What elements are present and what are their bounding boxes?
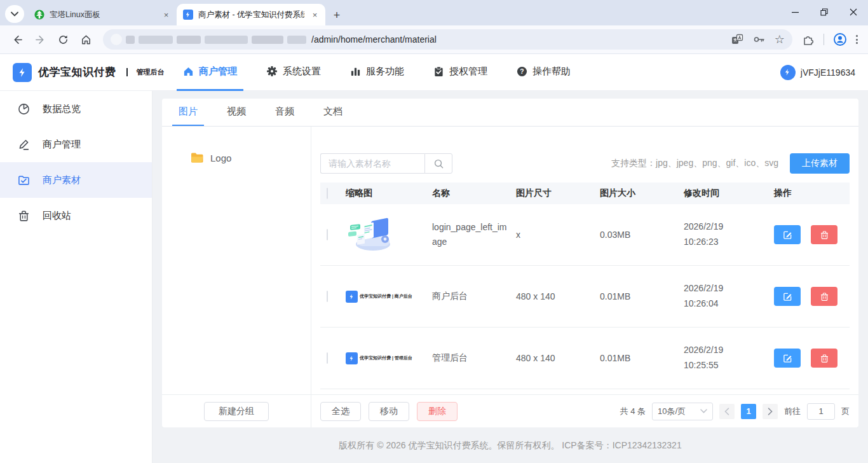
date: 2026/2/19 [684, 219, 774, 235]
lightning-icon [349, 293, 355, 300]
tab-audio[interactable]: 音频 [269, 99, 301, 126]
edit-button[interactable] [774, 225, 801, 244]
sidebar-item-recycle-bin[interactable]: 回收站 [0, 198, 152, 233]
toolbar-right [799, 32, 862, 46]
new-tab-button[interactable]: + [328, 6, 346, 24]
material-size: 0.03MB [600, 230, 684, 240]
material-dimensions: x [516, 230, 600, 240]
select-all-checkbox[interactable] [327, 188, 328, 199]
nav-service-functions[interactable]: 服务功能 [344, 54, 410, 91]
sidebar-item-label: 商户管理 [43, 139, 81, 151]
brand-title: 优学宝知识付费 [38, 65, 116, 79]
browser-tab-material[interactable]: 商户素材 - 优学宝知识付费系统 × [177, 4, 325, 25]
user-account[interactable]: jVFJjE119634 [780, 65, 855, 80]
tab-videos[interactable]: 视频 [220, 99, 252, 126]
column-header: 名称 [432, 186, 516, 200]
delete-selected-button[interactable]: 删除 [417, 402, 458, 421]
reload-button[interactable] [52, 29, 74, 50]
nav-merchant-management[interactable]: 商户管理 [177, 54, 243, 91]
time: 10:25:55 [684, 358, 774, 373]
trash-icon [820, 230, 829, 240]
sidebar-item-merchant-management[interactable]: 商户管理 [0, 127, 152, 162]
select-all-button[interactable]: 全选 [320, 402, 361, 421]
material-modified-time: 2026/2/1910:26:04 [684, 281, 774, 312]
search-input[interactable] [320, 153, 424, 174]
url-bar-icons: ☆ [731, 34, 785, 45]
material-size: 0.01MB [600, 353, 684, 363]
table-header-row: 缩略图 名称 图片尺寸 图片大小 修改时间 操作 [320, 183, 850, 204]
thumbnail-cell[interactable]: 优学宝知识付费 | 商户后台 [346, 291, 432, 303]
brand-divider [126, 68, 128, 76]
tab-search-chevron-button[interactable] [5, 5, 24, 23]
tab-images[interactable]: 图片 [172, 99, 204, 126]
sidebar-item-data-overview[interactable]: 数据总览 [0, 91, 152, 127]
minimize-button[interactable] [780, 0, 810, 24]
time: 10:26:04 [684, 296, 774, 312]
delete-button[interactable] [811, 225, 837, 244]
site-info-icon[interactable] [111, 34, 122, 45]
thumbnail-cell[interactable] [346, 216, 432, 254]
url-bar[interactable]: /admin/home/merchant/material ☆ [103, 29, 792, 50]
home-icon [183, 66, 194, 77]
svg-text:?: ? [520, 68, 524, 75]
row-checkbox[interactable] [327, 229, 328, 240]
delete-button[interactable] [811, 287, 837, 306]
home-button[interactable] [75, 29, 97, 50]
back-arrow-icon [12, 34, 23, 45]
per-page-select[interactable]: 10条/页 [652, 403, 713, 420]
panel-toolbar: 支持类型：jpg、jpeg、png、gif、ico、svg 上传素材 [320, 153, 850, 174]
close-window-button[interactable] [839, 0, 868, 24]
toolbar-divider [824, 34, 824, 45]
brand-subtitle: 管理后台 [137, 67, 165, 77]
move-button[interactable]: 移动 [369, 402, 409, 421]
lightning-icon [349, 355, 355, 362]
clipboard-check-icon [433, 66, 444, 77]
search-button[interactable] [424, 153, 452, 174]
restore-button[interactable] [810, 0, 839, 24]
sidebar-item-label: 数据总览 [43, 103, 81, 115]
delete-button[interactable] [811, 349, 837, 368]
blurred-domain-segment [139, 36, 173, 44]
close-tab-icon[interactable]: × [161, 10, 172, 20]
upload-material-button[interactable]: 上传素材 [790, 153, 850, 174]
close-tab-icon[interactable]: × [309, 10, 320, 20]
back-button[interactable] [6, 29, 28, 50]
translate-icon[interactable] [731, 34, 743, 45]
edit-button[interactable] [774, 287, 801, 306]
nav-help[interactable]: ? 操作帮助 [510, 54, 577, 91]
thumbnail-cell[interactable]: 优学宝知识付费 | 管理后台 [346, 352, 432, 364]
bookmark-star-icon[interactable]: ☆ [775, 34, 785, 45]
nav-system-settings[interactable]: 系统设置 [260, 54, 327, 91]
logo-thumbnail: 优学宝知识付费 | 商户后台 [346, 291, 432, 303]
sidebar-item-merchant-material[interactable]: 商户素材 [0, 162, 152, 198]
blurred-domain-segment [287, 36, 306, 44]
reload-icon [58, 34, 69, 45]
row-checkbox[interactable] [327, 352, 328, 364]
supported-types-text: 支持类型：jpg、jpeg、png、gif、ico、svg [611, 158, 778, 169]
nav-label: 商户管理 [199, 66, 237, 78]
browser-menu-icon[interactable] [856, 35, 858, 44]
edit-button[interactable] [774, 349, 801, 368]
logo-thumbnail-text: 优学宝知识付费 | 商户后台 [360, 293, 412, 300]
prev-page-button[interactable] [719, 404, 735, 419]
row-actions [774, 349, 850, 368]
next-page-button[interactable] [763, 404, 778, 419]
row-checkbox[interactable] [327, 291, 328, 302]
password-key-icon[interactable] [753, 34, 765, 45]
material-name: 管理后台 [432, 350, 516, 365]
home-outline-icon [81, 34, 92, 45]
new-group-button[interactable]: 新建分组 [204, 402, 269, 421]
current-page-button[interactable]: 1 [741, 404, 756, 419]
chevron-right-icon [768, 408, 773, 415]
folder-item-logo[interactable]: Logo [162, 152, 311, 163]
forward-button[interactable] [29, 29, 51, 50]
tab-documents[interactable]: 文档 [317, 99, 349, 126]
extensions-puzzle-icon[interactable] [803, 34, 815, 46]
profile-icon[interactable] [833, 32, 847, 46]
total-count: 共 4 条 [620, 406, 646, 417]
nav-authorization[interactable]: 授权管理 [427, 54, 494, 91]
goto-page-input[interactable] [807, 403, 835, 420]
lightning-icon [784, 68, 791, 76]
chevron-left-icon [724, 408, 729, 415]
browser-tab-baota[interactable]: 宝塔Linux面板 × [28, 4, 177, 25]
